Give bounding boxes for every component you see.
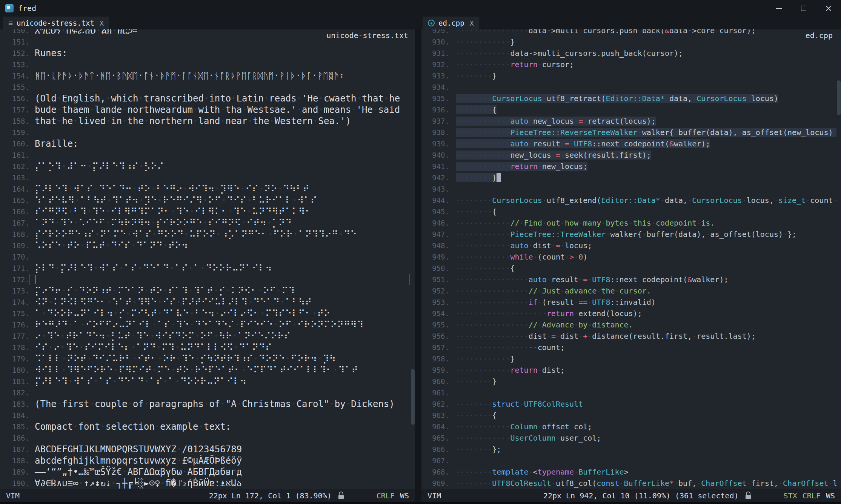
line-text[interactable]: ⠁·⠙⠕⠕⠗⠤⠝⠁⠊⠇⠲·⡊·⠍⠊⠣⠞·⠙⠁⠧⠑·⠃⠑⠲·⠔⠊⠇⠔⠫⠂·⠍⠹⠎⠑…: [29, 308, 410, 319]
code-line[interactable]: 937.············auto·new_locus·=·retract…: [421, 115, 836, 127]
code-line[interactable]: 940.············new_locus·=·seek(result.…: [421, 149, 836, 161]
line-text[interactable]: ⠔·⠹⠑·⠞⠗⠁⠙⠑⠲·⡃⠥⠞·⠹⠑·⠺⠊⠎⠙⠕⠍·⠕⠋·⠳⠗·⠁⠝⠊⠑⠌⠕⠗⠎: [29, 330, 410, 342]
line-text[interactable]: ⡍⠔⠙⠖·⡊·⠙⠕⠝⠰⠞·⠍⠑⠁⠝·⠞⠕·⠎⠁⠹·⠹⠁⠞·⡊·⠅⠝⠪⠂·⠕⠋·⠍…: [29, 285, 410, 297]
line-text[interactable]: ········CursorLocus·utf8_extend(Editor::…: [449, 195, 836, 206]
line-text[interactable]: [29, 274, 410, 285]
code-line[interactable]: 930.············}: [421, 36, 836, 48]
line-text[interactable]: ⠱⠁⠞⠑⠧⠻·⠁⠃⠳⠞·⠹⠁⠞⠲·⡹⠑·⠗⠑⠛⠊⠌⠻·⠕⠋·⠙⠊⠎·⠃⠥⠗⠊⠁⠇…: [29, 195, 410, 206]
line-text[interactable]: ············PieceTree::ReverseTreeWalker…: [449, 127, 836, 138]
line-text[interactable]: [449, 183, 836, 195]
code-line[interactable]: 179.⠩⠁⠇⠇·⠝⠕⠞·⠙⠊⠌⠥⠗⠃·⠊⠞⠂·⠕⠗·⠹⠑·⡊⠳⠝⠞⠗⠹⠰⠎·⠙…: [0, 353, 410, 364]
code-line[interactable]: 158.that·he·lived·in·the·northern·land·n…: [0, 115, 410, 127]
code-line[interactable]: 952.················//·Just·advance·the·…: [421, 285, 836, 297]
code-line[interactable]: 160.Braille:: [0, 138, 410, 149]
line-text[interactable]: [29, 149, 410, 161]
line-text[interactable]: ············//·Find·out·how·many·bytes·t…: [449, 217, 836, 229]
code-line[interactable]: 933.········}: [421, 70, 836, 81]
right-editor-lines[interactable]: 929.················data->multi_cursors.…: [421, 29, 836, 489]
scrollbar-thumb[interactable]: [411, 369, 415, 425]
code-line[interactable]: 969.········UTF8ColResult·utf8_col(const…: [421, 478, 836, 489]
code-line[interactable]: 956.················dist·=·dist·+·distan…: [421, 330, 836, 342]
code-line[interactable]: 964.············Column·offset_col;: [421, 421, 836, 432]
code-line[interactable]: 965.············UserColumn·user_col;: [421, 432, 836, 444]
line-text[interactable]: ᚻᛖ᛫ᚳᚹᚫᚦ᛫ᚦᚫᛏ᛫ᚻᛖ᛫ᛒᚢᛞᛖ᛫ᚩᚾ᛫ᚦᚫᛗ᛫ᛚᚪᚾᛞᛖ᛫ᚾᚩᚱᚦᚹᛖᚪ…: [29, 70, 410, 81]
code-line[interactable]: 186.: [0, 432, 410, 444]
line-text[interactable]: bude·thaem·lande·northweardum·with·tha·W…: [29, 104, 410, 115]
tab-ed-cpp[interactable]: ed.cpp X: [423, 17, 479, 29]
tab-close-icon[interactable]: X: [470, 19, 474, 27]
code-line[interactable]: 152.Runes:: [0, 48, 410, 59]
line-text[interactable]: ············UserColumn·user_col;: [449, 432, 836, 444]
line-text[interactable]: [29, 410, 410, 421]
line-text[interactable]: ················auto·result·=·UTF8::next…: [449, 274, 836, 285]
pane-divider[interactable]: [415, 29, 421, 489]
code-line[interactable]: 949.············while·(count·>·0): [421, 251, 836, 263]
line-text[interactable]: ········{: [449, 206, 836, 217]
code-line[interactable]: 180.⠺⠊⠇⠇·⠹⠻⠑⠋⠕⠗⠑·⠏⠻⠍⠊⠞·⠍⠑·⠞⠕·⠗⠑⠏⠑⠁⠞⠂·⠑⠍⠏…: [0, 364, 410, 376]
line-text[interactable]: ············{: [449, 263, 836, 274]
code-line[interactable]: 931.············data->multi_cursors.push…: [421, 48, 836, 59]
code-line[interactable]: 161.: [0, 149, 410, 161]
code-line[interactable]: 155.: [0, 81, 410, 93]
code-line[interactable]: 938.············PieceTree::ReverseTreeWa…: [421, 127, 836, 138]
line-text[interactable]: ············auto·result·=·UTF8::next_cod…: [449, 138, 836, 149]
code-line[interactable]: 178.⠊⠎·⠔·⠹⠑·⠎⠊⠍⠊⠇⠑⠆·⠁⠝⠙·⠍⠹·⠥⠝⠙⠁⠇⠇⠪⠫·⠙⠁⠝⠙…: [0, 342, 410, 353]
line-text[interactable]: ∀∂∈ℝ∧∪≡∞·↑↗↨↻⇣·┐┼╔╘░►☺♀·ﬁ�⑀₂ἠḂӥẄɐː⍎אԱა: [29, 478, 410, 489]
left-editor-lines[interactable]: 150.እግርህን·በፍራሽህ·ልክ·ዘርጋ።151.152.Runes:153…: [0, 29, 410, 489]
code-line[interactable]: 955.················//·Advance·by·distan…: [421, 319, 836, 330]
line-text[interactable]: ············PieceTree::TreeWalker·walker…: [449, 229, 836, 240]
code-line[interactable]: 961.: [421, 387, 836, 398]
line-text[interactable]: ⠊⠎·⠔·⠹⠑·⠎⠊⠍⠊⠇⠑⠆·⠁⠝⠙·⠍⠹·⠥⠝⠙⠁⠇⠇⠪⠫·⠙⠁⠝⠙⠎: [29, 342, 410, 353]
line-text[interactable]: ········UTF8ColResult·utf8_col(const·Buf…: [449, 478, 836, 489]
code-line[interactable]: 942.········}: [421, 172, 836, 183]
code-line[interactable]: 948.············auto·dist·=·locus;: [421, 240, 836, 251]
line-text[interactable]: (Old·English,·which·transcribed·into·Lat…: [29, 93, 410, 104]
code-line[interactable]: 177.⠔·⠹⠑·⠞⠗⠁⠙⠑⠲·⡃⠥⠞·⠹⠑·⠺⠊⠎⠙⠕⠍·⠕⠋·⠳⠗·⠁⠝⠊⠑…: [0, 330, 410, 342]
code-line[interactable]: 187.ABCDEFGHIJKLMNOPQRSTUVWXYZ·/01234567…: [0, 444, 410, 455]
line-text[interactable]: ················if·(result·==·UTF8::inva…: [449, 297, 836, 308]
code-line[interactable]: 170.: [0, 251, 410, 263]
line-text[interactable]: ············data->multi_cursors.push_bac…: [449, 48, 836, 59]
code-line[interactable]: 958.············}: [421, 353, 836, 364]
line-text[interactable]: [29, 81, 410, 93]
tab-close-icon[interactable]: X: [100, 19, 104, 27]
line-text[interactable]: ⠩⠁⠇⠇·⠝⠕⠞·⠙⠊⠌⠥⠗⠃·⠊⠞⠂·⠕⠗·⠹⠑·⡊⠳⠝⠞⠗⠹⠰⠎·⠙⠕⠝⠑·…: [29, 353, 410, 364]
code-line[interactable]: 957.················--count;: [421, 342, 836, 353]
minimize-button[interactable]: [766, 0, 791, 17]
code-line[interactable]: 929.················data->multi_cursors.…: [421, 29, 836, 36]
line-text[interactable]: ············}: [449, 353, 836, 364]
line-text[interactable]: ············return·new_locus;: [449, 161, 836, 172]
line-text[interactable]: ············}: [449, 36, 836, 48]
line-text[interactable]: ⡌⠁⡑⠹·⠼⠁⠒·⡍⠜⠇⠑⠹⠰⠎·⡣⠕⠌: [29, 161, 410, 172]
line-text[interactable]: ⡍⠜⠇⠑⠹·⠺⠁⠎·⠙⠑⠁⠙⠒·⠞⠕·⠃⠑⠛⠔·⠺⠊⠹⠲·⡹⠻⠑·⠊⠎·⠝⠕·⠙…: [29, 183, 410, 195]
code-line[interactable]: 190.∀∂∈ℝ∧∪≡∞·↑↗↨↻⇣·┐┼╔╘░►☺♀·ﬁ�⑀₂ἠḂӥẄɐː⍎א…: [0, 478, 410, 489]
code-line[interactable]: 934.: [421, 81, 836, 93]
line-text[interactable]: ABCDEFGHIJKLMNOPQRSTUVWXYZ·/0123456789: [29, 444, 410, 455]
code-line[interactable]: 189.–—‘“”„†•…‰™œŠŸž€·ΑΒΓΔΩαβγδω·АБВГДабв…: [0, 466, 410, 478]
line-text[interactable]: ⡍⠜⠇⠑⠹·⠺⠁⠎·⠁⠎·⠙⠑⠁⠙·⠁⠎·⠁·⠙⠕⠕⠗⠤⠝⠁⠊⠇⠲: [29, 376, 410, 387]
code-line[interactable]: 175.⠁·⠙⠕⠕⠗⠤⠝⠁⠊⠇⠲·⡊·⠍⠊⠣⠞·⠙⠁⠧⠑·⠃⠑⠲·⠔⠊⠇⠔⠫⠂·…: [0, 308, 410, 319]
code-line[interactable]: 932.············return·cursor;: [421, 59, 836, 70]
code-line[interactable]: 153.: [0, 59, 410, 70]
line-text[interactable]: ············Column·offset_col;: [449, 421, 836, 432]
code-line[interactable]: 182.: [0, 387, 410, 398]
tab-unicode-stress-txt[interactable]: unicode-stress.txt X: [3, 17, 109, 29]
line-text[interactable]: [29, 251, 410, 263]
code-line[interactable]: 945.········{: [421, 206, 836, 217]
line-text[interactable]: ⠡⠕⠎⠑·⠞⠕·⠏⠥⠞·⠙⠊⠎·⠙⠁⠝⠙·⠞⠕⠲: [29, 240, 410, 251]
code-line[interactable]: 966.········};: [421, 444, 836, 455]
code-line[interactable]: 936.········{: [421, 104, 836, 115]
line-text[interactable]: ⠎⠊⠛⠝⠫·⠃⠹·⠹⠑·⠊⠇⠻⠛⠹⠍⠁⠝⠂·⠹⠑·⠊⠇⠻⠅⠂·⠹⠑·⠥⠝⠙⠻⠞⠁…: [29, 206, 410, 217]
line-text[interactable]: ⡕⠇⠙·⡍⠜⠇⠑⠹·⠺⠁⠎·⠁⠎·⠙⠑⠁⠙·⠁⠎·⠁·⠙⠕⠕⠗⠤⠝⠁⠊⠇⠲: [29, 263, 410, 274]
code-line[interactable]: 944.········CursorLocus·utf8_extend(Edit…: [421, 195, 836, 206]
line-text[interactable]: –—‘“”„†•…‰™œŠŸž€·ΑΒΓΔΩαβγδω·АБВГДабвгд: [29, 466, 410, 478]
code-line[interactable]: 939.············auto·result·=·UTF8::next…: [421, 138, 836, 149]
line-text[interactable]: ⠺⠊⠇⠇·⠹⠻⠑⠋⠕⠗⠑·⠏⠻⠍⠊⠞·⠍⠑·⠞⠕·⠗⠑⠏⠑⠁⠞⠂·⠑⠍⠏⠙⠁⠞⠊…: [29, 364, 410, 376]
line-text[interactable]: ········{: [449, 410, 836, 421]
line-text[interactable]: ········}: [449, 172, 836, 183]
code-line[interactable]: 184.: [0, 410, 410, 421]
line-text[interactable]: ············auto·dist·=·locus;: [449, 240, 836, 251]
line-text[interactable]: ········{: [449, 104, 836, 115]
line-text[interactable]: ⠗⠑⠛⠜⠙·⠁·⠊⠕⠋⠋⠔⠤⠝⠁⠊⠇·⠁⠎·⠹⠑·⠙⠑⠁⠙⠑⠌·⠏⠊⠑⠊⠑·⠕⠋…: [29, 319, 410, 330]
line-text[interactable]: [29, 387, 410, 398]
